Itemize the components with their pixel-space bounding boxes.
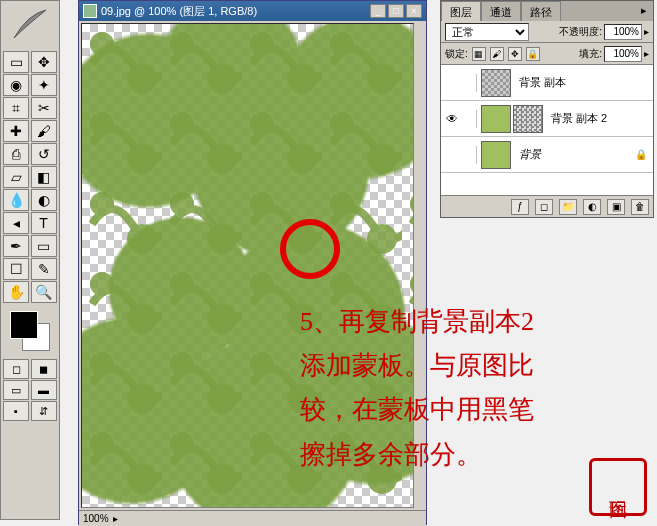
minimize-button[interactable]: _ xyxy=(370,4,386,18)
layer-mask-icon[interactable]: ◻ xyxy=(535,199,553,215)
blend-mode-dropdown[interactable]: 正常 xyxy=(445,23,529,41)
tool-grid: ▭ ✥ ◉ ✦ ⌗ ✂ ✚ 🖌 ⎙ ↺ ▱ ◧ 💧 ◐ ◂ T ✒ ▭ ☐ ✎ … xyxy=(1,49,59,305)
adjustment-layer-icon[interactable]: ◐ xyxy=(583,199,601,215)
path-select-tool[interactable]: ◂ xyxy=(3,212,29,234)
layer-set-icon[interactable]: 📁 xyxy=(559,199,577,215)
eyedropper-tool[interactable]: ✎ xyxy=(31,258,57,280)
zoom-tool[interactable]: 🔍 xyxy=(31,281,57,303)
hand-tool[interactable]: ✋ xyxy=(3,281,29,303)
crop-tool[interactable]: ⌗ xyxy=(3,97,29,119)
standard-mode[interactable]: ◻ xyxy=(3,359,29,379)
lock-all-icon[interactable]: 🔒 xyxy=(526,47,540,61)
move-tool[interactable]: ✥ xyxy=(31,51,57,73)
foreground-swatch[interactable] xyxy=(10,311,38,339)
tab-layers[interactable]: 图层 xyxy=(441,1,481,21)
blend-opacity-row: 正常 不透明度: ▸ xyxy=(441,21,653,43)
type-tool[interactable]: T xyxy=(31,212,57,234)
pattern-artwork-overlay xyxy=(82,24,413,507)
layers-footer: ƒ ◻ 📁 ◐ ▣ 🗑 xyxy=(441,195,653,217)
quickmask-mode[interactable]: ◼ xyxy=(31,359,57,379)
layer-name[interactable]: 背景 xyxy=(519,147,541,162)
opacity-label: 不透明度: xyxy=(559,25,602,39)
screen-mode-2[interactable]: ▬ xyxy=(31,380,57,400)
tab-channels[interactable]: 通道 xyxy=(481,1,521,21)
panel-menu-icon[interactable]: ▸ xyxy=(635,1,653,21)
lock-paint-icon[interactable]: 🖌 xyxy=(490,47,504,61)
document-window: 09.jpg @ 100% (图层 1, RGB/8) _ □ × 100% ▸ xyxy=(78,0,427,525)
heal-tool[interactable]: ✚ xyxy=(3,120,29,142)
visibility-toggle[interactable] xyxy=(443,74,461,92)
tab-paths[interactable]: 路径 xyxy=(521,1,561,21)
imageready-jump[interactable]: ⇵ xyxy=(31,401,57,421)
document-titlebar[interactable]: 09.jpg @ 100% (图层 1, RGB/8) _ □ × xyxy=(79,1,426,21)
gradient-tool[interactable]: ◧ xyxy=(31,166,57,188)
layer-name[interactable]: 背景 副本 2 xyxy=(551,111,607,126)
toolbox: ▭ ✥ ◉ ✦ ⌗ ✂ ✚ 🖌 ⎙ ↺ ▱ ◧ 💧 ◐ ◂ T ✒ ▭ ☐ ✎ … xyxy=(0,0,60,520)
lasso-tool[interactable]: ◉ xyxy=(3,74,29,96)
document-title: 09.jpg @ 100% (图层 1, RGB/8) xyxy=(101,4,257,19)
slice-tool[interactable]: ✂ xyxy=(31,97,57,119)
delete-layer-icon[interactable]: 🗑 xyxy=(631,199,649,215)
fill-flyout-icon[interactable]: ▸ xyxy=(644,48,649,59)
blur-tool[interactable]: 💧 xyxy=(3,189,29,211)
notes-tool[interactable]: ☐ xyxy=(3,258,29,280)
shape-tool[interactable]: ▭ xyxy=(31,235,57,257)
layers-list: 背景 副本 👁 背景 副本 2 背景 🔒 xyxy=(441,65,653,195)
eraser-tool[interactable]: ▱ xyxy=(3,166,29,188)
link-cell[interactable] xyxy=(463,110,477,128)
fill-field[interactable] xyxy=(604,46,642,62)
link-cell[interactable] xyxy=(463,146,477,164)
mask-thumbnail[interactable] xyxy=(513,105,543,133)
fill-label: 填充: xyxy=(579,47,602,61)
layer-row[interactable]: 背景 副本 xyxy=(441,65,653,101)
layer-name[interactable]: 背景 副本 xyxy=(519,75,566,90)
app-logo-feather xyxy=(1,1,59,49)
link-cell[interactable] xyxy=(463,74,477,92)
panel-tabs: 图层 通道 路径 ▸ xyxy=(441,1,653,21)
layers-panel: 图层 通道 路径 ▸ 正常 不透明度: ▸ 锁定: ▦ 🖌 ✥ 🔒 填充: ▸ xyxy=(440,0,654,218)
color-swatches[interactable] xyxy=(10,311,50,351)
lock-label: 锁定: xyxy=(445,47,468,61)
history-brush-tool[interactable]: ↺ xyxy=(31,143,57,165)
mode-buttons: ◻ ◼ ▭ ▬ ▪ ⇵ xyxy=(1,357,59,423)
canvas[interactable] xyxy=(81,23,414,508)
wand-tool[interactable]: ✦ xyxy=(31,74,57,96)
pen-tool[interactable]: ✒ xyxy=(3,235,29,257)
layer-row[interactable]: 背景 🔒 xyxy=(441,137,653,173)
layer-row[interactable]: 👁 背景 副本 2 xyxy=(441,101,653,137)
document-icon xyxy=(83,4,97,18)
stamp-tool[interactable]: ⎙ xyxy=(3,143,29,165)
screen-mode-1[interactable]: ▭ xyxy=(3,380,29,400)
visibility-toggle[interactable]: 👁 xyxy=(443,110,461,128)
opacity-field[interactable] xyxy=(604,24,642,40)
lock-position-icon[interactable]: ✥ xyxy=(508,47,522,61)
layer-thumbnail[interactable] xyxy=(481,69,511,97)
layer-style-icon[interactable]: ƒ xyxy=(511,199,529,215)
maximize-button[interactable]: □ xyxy=(388,4,404,18)
opacity-flyout-icon[interactable]: ▸ xyxy=(644,26,649,37)
visibility-toggle[interactable] xyxy=(443,146,461,164)
screen-mode-3[interactable]: ▪ xyxy=(3,401,29,421)
dodge-tool[interactable]: ◐ xyxy=(31,189,57,211)
lock-transparency-icon[interactable]: ▦ xyxy=(472,47,486,61)
layer-thumbnail[interactable] xyxy=(481,105,511,133)
document-statusbar: 100% ▸ xyxy=(79,510,426,526)
lock-badge-icon: 🔒 xyxy=(635,149,647,160)
annotation-circle xyxy=(280,219,340,279)
zoom-level[interactable]: 100% xyxy=(83,513,109,524)
new-layer-icon[interactable]: ▣ xyxy=(607,199,625,215)
layer-thumbnail[interactable] xyxy=(481,141,511,169)
close-button[interactable]: × xyxy=(406,4,422,18)
seal-stamp: 图玩 xyxy=(589,458,647,516)
marquee-tool[interactable]: ▭ xyxy=(3,51,29,73)
lock-fill-row: 锁定: ▦ 🖌 ✥ 🔒 填充: ▸ xyxy=(441,43,653,65)
brush-tool[interactable]: 🖌 xyxy=(31,120,57,142)
